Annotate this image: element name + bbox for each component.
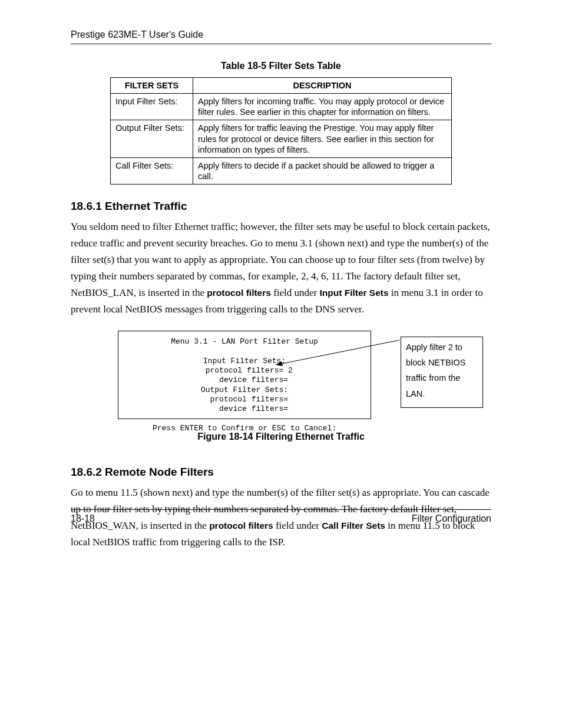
terminal-blank xyxy=(118,414,371,423)
row-desc: Apply filters for incoming traffic. You … xyxy=(193,94,452,120)
page-number: 18-18 xyxy=(71,513,95,524)
svg-marker-1 xyxy=(276,361,283,366)
filter-sets-table: FILTER SETS DESCRIPTION Input Filter Set… xyxy=(110,77,452,185)
page: Prestige 623ME-T User's Guide Table 18-5… xyxy=(0,0,562,728)
row-desc: Apply filters for traffic leaving the Pr… xyxy=(193,120,452,157)
table-header-col1: FILTER SETS xyxy=(111,78,193,94)
terminal-line: protocol filters= xyxy=(118,395,371,404)
figure-caption: Figure 18-14 Filtering Ethernet Traffic xyxy=(71,431,491,442)
paragraph: You seldom need to filter Ethernet traff… xyxy=(71,219,491,318)
row-name: Input Filter Sets: xyxy=(111,94,193,120)
table-row: Call Filter Sets: Apply filters to decid… xyxy=(111,157,452,184)
svg-line-0 xyxy=(276,340,399,365)
terminal-line: Output Filter Sets: xyxy=(118,386,371,395)
para-text: field under xyxy=(271,287,320,298)
terminal-line: protocol filters= 2 xyxy=(118,366,371,375)
row-desc: Apply filters to decide if a packet shou… xyxy=(193,157,452,184)
section-heading-ethernet: 18.6.1 Ethernet Traffic xyxy=(71,200,491,213)
section-heading-remote: 18.6.2 Remote Node Filters xyxy=(71,466,491,479)
table-row: Input Filter Sets: Apply filters for inc… xyxy=(111,94,452,120)
table-row: Output Filter Sets: Apply filters for tr… xyxy=(111,120,452,157)
row-name: Call Filter Sets: xyxy=(111,157,193,184)
row-name: Output Filter Sets: xyxy=(111,120,193,157)
table-header-col2: DESCRIPTION xyxy=(193,78,452,94)
bold-text: Input Filter Sets xyxy=(319,288,388,298)
footer-section-name: Filter Configuration xyxy=(412,513,491,524)
figure: Menu 3.1 - LAN Port Filter Setup Input F… xyxy=(118,331,483,422)
table-header-row: FILTER SETS DESCRIPTION xyxy=(111,78,452,94)
guide-title: Prestige 623ME-T User's Guide xyxy=(71,29,203,39)
terminal-prompt: Press ENTER to Confirm or ESC to Cancel: xyxy=(118,424,371,433)
page-header: Prestige 623ME-T User's Guide xyxy=(71,29,491,44)
terminal-line: device filters= xyxy=(118,375,371,385)
page-footer: 18-18 Filter Configuration xyxy=(71,509,491,524)
terminal-line: device filters= xyxy=(118,404,371,414)
callout-text: Apply filter 2 to block NETBIOS traffic … xyxy=(406,342,466,398)
table-caption: Table 18-5 Filter Sets Table xyxy=(71,61,491,71)
callout-arrow-icon xyxy=(276,337,402,366)
callout-box: Apply filter 2 to block NETBIOS traffic … xyxy=(401,337,483,407)
bold-text: protocol filters xyxy=(207,288,271,298)
